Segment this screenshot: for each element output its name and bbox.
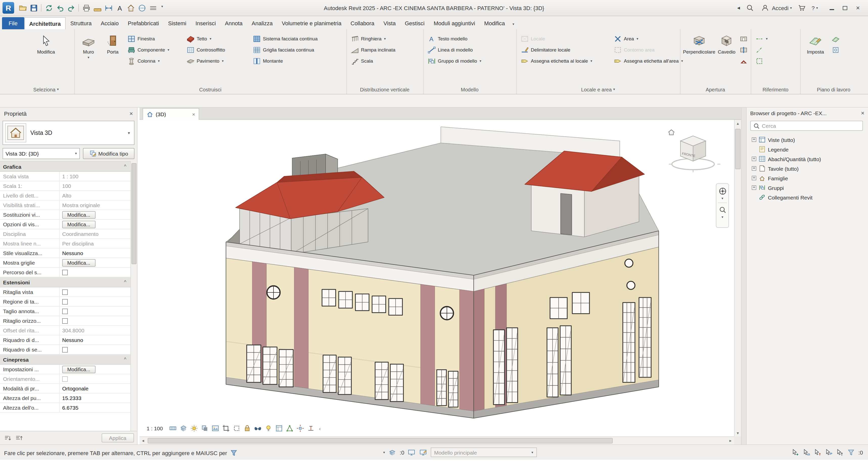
modifica-value-button[interactable]: Modifica... (62, 259, 95, 266)
cavedio-button[interactable]: Cavedio (718, 32, 736, 55)
facade-window[interactable] (390, 364, 403, 402)
ribbon-tab-sistemi[interactable]: Sistemi (163, 17, 191, 29)
mostra-piano-button[interactable] (830, 33, 842, 44)
panel-label-seleziona[interactable]: Seleziona▾ (18, 85, 74, 94)
visualizzatore-piano-button[interactable] (830, 44, 842, 55)
modifica-value-button[interactable]: Modifica... (62, 365, 95, 373)
horizontal-scroll-thumb[interactable] (148, 438, 613, 443)
reveal-constraints-icon[interactable] (306, 424, 315, 433)
modifica-value-button[interactable]: Modifica... (62, 211, 95, 218)
ribbon-tab-struttura[interactable]: Struttura (66, 17, 96, 29)
properties-close-icon[interactable]: × (129, 110, 133, 117)
property-row[interactable]: Regione di ta... (0, 297, 130, 307)
property-row[interactable]: DisciplinaCoordinamento (0, 229, 130, 239)
measure-icon[interactable] (92, 3, 103, 13)
steering-wheel-icon[interactable] (718, 187, 727, 196)
locale-button[interactable]: Locale (519, 33, 610, 44)
help-button[interactable]: ?▾ (812, 5, 818, 11)
facade-window[interactable] (339, 292, 352, 308)
view-control-collapse-icon[interactable]: ‹ (319, 426, 321, 431)
property-checkbox[interactable] (62, 376, 68, 381)
selection-filter-icon[interactable] (847, 448, 855, 457)
facade-window[interactable] (572, 293, 589, 314)
modify-tab-caret-icon[interactable]: ▾ (513, 22, 515, 29)
property-row[interactable]: Visibilità strati...Mostra originale (0, 201, 130, 210)
property-row[interactable]: Mostra linee n...Per disciplina (0, 239, 130, 248)
sign-in-button[interactable]: Accedi ▾ (760, 3, 792, 13)
modifica-button[interactable]: Modifica (37, 32, 55, 55)
property-group-estensioni[interactable]: Estensioni^ (0, 277, 130, 288)
edit-type-button[interactable]: Modifica tipo (83, 148, 134, 159)
facade-window[interactable] (322, 290, 336, 306)
rampa-button[interactable]: Rampa inclinata (349, 44, 419, 55)
design-options-combo[interactable]: Modello principale ▾ (430, 447, 537, 457)
properties-scrollbar[interactable] (130, 161, 137, 431)
property-row[interactable]: Impostazioni ...Modifica... (0, 365, 130, 374)
scala-button[interactable]: Scala (349, 56, 419, 66)
navigation-bar[interactable]: ▾ ▾ (716, 183, 729, 228)
select-elements-by-face-icon[interactable] (825, 448, 833, 457)
tree-expand-icon[interactable]: + (752, 176, 756, 180)
store-cart-icon[interactable] (797, 3, 807, 13)
tetto-button[interactable]: Tetto▾ (185, 33, 249, 44)
testo-modello-button[interactable]: ATesto modello (426, 33, 511, 44)
type-selector[interactable]: Vista 3D ▾ (3, 121, 134, 145)
facade-window[interactable] (355, 294, 369, 311)
tree-item-collegamenti-revit[interactable]: +Collegamenti Revit (747, 193, 868, 202)
editing-requests-icon[interactable] (419, 448, 427, 457)
finestra-button[interactable]: Finestra (126, 33, 183, 44)
imposta-button[interactable]: Imposta (803, 32, 828, 55)
search-back-icon[interactable]: ◂ (737, 5, 740, 11)
facade-window[interactable] (506, 328, 518, 403)
facade-window[interactable] (338, 357, 351, 395)
temporary-hide-isolate-icon[interactable] (253, 424, 262, 433)
facade-window[interactable] (639, 298, 651, 377)
property-row[interactable]: Modalità di pr...Ortogonale (0, 384, 130, 394)
controsoffitto-button[interactable]: Controsoffitto (185, 44, 249, 55)
facade-window[interactable] (493, 330, 504, 405)
property-row[interactable]: Riquadro di se... (0, 345, 130, 355)
property-row[interactable]: Livello di dett...Alto (0, 191, 130, 201)
panel-label-locale-e-area[interactable]: Locale e area▾ (517, 85, 679, 94)
quadro-riferimento-button[interactable] (754, 56, 771, 66)
ribbon-tab-acciaio[interactable]: Acciaio (96, 17, 123, 29)
drag-elements-on-selection-icon[interactable] (836, 448, 844, 457)
facade-window[interactable] (279, 349, 293, 387)
viewcube[interactable]: FRONTE (665, 126, 721, 176)
property-checkbox[interactable] (62, 299, 68, 304)
porta-button[interactable]: Porta (102, 32, 123, 55)
linea-di-riferimento-button[interactable] (754, 44, 771, 55)
ringhiera-button[interactable]: Ringhiera▾ (349, 33, 419, 44)
crop-view-icon[interactable] (221, 424, 230, 433)
property-row[interactable]: Riquadro di d...Nessuno (0, 335, 130, 345)
sync-icon[interactable] (43, 3, 54, 13)
tree-item-tavole-tutto-[interactable]: +Tavole (tutto) (747, 164, 868, 173)
3d-building-model[interactable] (226, 127, 659, 418)
temporary-view-properties-icon[interactable] (275, 424, 284, 433)
visual-style-icon[interactable] (179, 424, 188, 433)
undo-icon[interactable] (55, 3, 65, 13)
print-icon[interactable] (81, 3, 92, 13)
shadows-icon[interactable] (200, 424, 209, 433)
facade-window[interactable] (547, 328, 558, 397)
reveal-hidden-elements-icon[interactable] (264, 424, 273, 433)
restore-button[interactable] (839, 3, 851, 13)
tree-expand-icon[interactable]: + (752, 186, 756, 190)
vertical-scrollbar[interactable]: ▲ ▼ (734, 120, 741, 436)
tree-expand-icon[interactable]: + (752, 137, 756, 142)
property-checkbox[interactable] (62, 308, 68, 314)
worksets-dialog-icon[interactable] (407, 448, 416, 457)
area-button[interactable]: Area▾ (612, 33, 677, 44)
minimize-button[interactable] (826, 3, 838, 13)
tree-item-legende[interactable]: +Legende (747, 144, 868, 154)
apertura-abbaino-button[interactable] (738, 56, 749, 66)
open-file-icon[interactable] (17, 3, 28, 13)
section-icon[interactable] (136, 3, 147, 13)
facade-window[interactable] (375, 362, 388, 400)
panel-divider[interactable] (741, 108, 746, 444)
property-row[interactable]: Ritaglio orizzo... (0, 316, 130, 326)
ribbon-tab-prefabbricati[interactable]: Prefabbricati (123, 17, 163, 29)
property-row[interactable]: Ritaglia vista (0, 288, 130, 297)
property-checkbox[interactable] (62, 289, 68, 295)
property-checkbox[interactable] (62, 269, 68, 275)
